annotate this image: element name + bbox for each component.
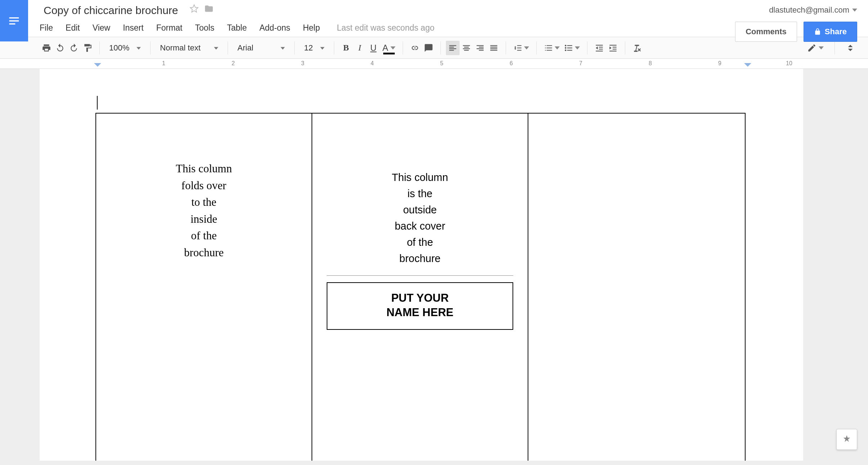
ruler-tick: 6 [510, 60, 513, 67]
menu-format[interactable]: Format [156, 23, 183, 33]
bold-button[interactable]: B [339, 41, 353, 55]
line-spacing-button[interactable] [511, 41, 531, 55]
docs-app-icon[interactable] [0, 0, 28, 41]
page[interactable]: This column folds over to the inside of … [40, 69, 803, 461]
document-canvas[interactable]: This column folds over to the inside of … [0, 69, 868, 461]
menu-help[interactable]: Help [303, 23, 320, 33]
svg-rect-29 [609, 45, 617, 45]
svg-rect-22 [567, 45, 572, 46]
menu-edit[interactable]: Edit [66, 23, 80, 33]
svg-rect-32 [609, 50, 617, 51]
align-center-button[interactable] [460, 41, 473, 55]
header: Copy of chiccarine brochure dlastutech@g… [0, 0, 868, 37]
ruler-tick: 8 [649, 60, 652, 67]
insert-link-button[interactable] [408, 41, 422, 55]
brochure-column-2[interactable]: This column is the outside back cover of… [312, 114, 528, 461]
svg-rect-18 [490, 50, 497, 50]
redo-button[interactable] [67, 41, 81, 55]
titlebar: Copy of chiccarine brochure dlastutech@g… [0, 0, 868, 19]
svg-rect-11 [476, 45, 484, 46]
ruler-tick: 5 [440, 60, 443, 67]
menu-insert[interactable]: Insert [123, 23, 144, 33]
doc-title[interactable]: Copy of chiccarine brochure [36, 2, 184, 17]
share-button[interactable]: Share [804, 22, 857, 42]
svg-rect-23 [567, 47, 572, 48]
explore-button[interactable] [836, 429, 857, 450]
caret-down-icon [852, 5, 857, 15]
menu-view[interactable]: View [93, 23, 110, 33]
font-size-dropdown[interactable]: 12 [300, 43, 328, 53]
left-indent-marker[interactable] [94, 63, 101, 67]
ruler-tick: 2 [232, 60, 235, 67]
font-family-dropdown[interactable]: Arial [233, 43, 289, 53]
editing-mode-button[interactable] [805, 41, 826, 55]
svg-rect-6 [449, 50, 454, 50]
column2-text[interactable]: This column is the outside back cover of… [323, 169, 517, 267]
text-color-button[interactable]: A [380, 41, 398, 55]
caret-down-icon [281, 43, 285, 53]
svg-rect-12 [479, 46, 484, 47]
ruler-tick: 7 [579, 60, 582, 67]
collapse-toolbar-button[interactable] [844, 41, 857, 55]
svg-rect-3 [449, 45, 456, 46]
svg-rect-15 [490, 45, 497, 46]
decrease-indent-button[interactable] [592, 41, 606, 55]
insert-comment-button[interactable] [422, 41, 435, 55]
svg-rect-4 [449, 46, 454, 47]
underline-button[interactable]: U [367, 41, 380, 55]
paint-format-button[interactable] [81, 41, 94, 55]
brochure-table[interactable]: This column folds over to the inside of … [95, 113, 746, 461]
menu-table[interactable]: Table [227, 23, 247, 33]
svg-rect-25 [596, 45, 603, 45]
menu-file[interactable]: File [40, 23, 53, 33]
font-size-value: 12 [304, 43, 313, 53]
svg-rect-31 [613, 49, 617, 49]
menu-tools[interactable]: Tools [195, 23, 215, 33]
column1-text[interactable]: This column folds over to the inside of … [107, 160, 301, 261]
last-edit-label[interactable]: Last edit was seconds ago [337, 23, 434, 33]
svg-rect-9 [463, 48, 470, 49]
svg-point-19 [565, 45, 566, 46]
star-icon[interactable] [189, 4, 199, 15]
numbered-list-button[interactable] [542, 41, 562, 55]
text-cursor [97, 96, 98, 110]
font-family-value: Arial [237, 43, 273, 53]
brochure-column-1[interactable]: This column folds over to the inside of … [96, 114, 312, 461]
align-left-button[interactable] [446, 41, 460, 55]
name-box[interactable]: PUT YOUR NAME HERE [327, 282, 513, 330]
svg-rect-1 [9, 20, 19, 21]
paragraph-style-dropdown[interactable]: Normal text [156, 43, 223, 53]
right-indent-marker[interactable] [744, 63, 751, 67]
user-menu[interactable]: dlastutech@gmail.com [769, 5, 857, 15]
user-email: dlastutech@gmail.com [769, 5, 849, 15]
paragraph-style-value: Normal text [160, 43, 207, 53]
clear-formatting-button[interactable] [630, 41, 644, 55]
caret-down-icon [390, 43, 395, 53]
svg-rect-16 [490, 46, 497, 47]
ruler-tick: 4 [371, 60, 374, 67]
zoom-dropdown[interactable]: 100% [105, 43, 145, 53]
align-right-button[interactable] [473, 41, 487, 55]
undo-button[interactable] [53, 41, 67, 55]
share-label: Share [825, 27, 847, 36]
caret-down-icon [555, 43, 560, 53]
svg-rect-30 [613, 46, 617, 47]
horizontal-ruler[interactable]: 1 2 3 4 5 6 7 8 9 10 [0, 59, 868, 69]
caret-down-icon [214, 43, 218, 53]
folder-icon[interactable] [204, 4, 214, 15]
align-justify-button[interactable] [487, 41, 501, 55]
caret-down-icon [320, 43, 325, 53]
ruler-tick: 9 [718, 60, 721, 67]
svg-rect-10 [464, 50, 469, 50]
menu-addons[interactable]: Add-ons [259, 23, 290, 33]
zoom-value: 100% [109, 43, 129, 53]
ruler-tick: 10 [786, 60, 792, 67]
svg-rect-7 [463, 45, 470, 46]
horizontal-rule [327, 275, 513, 276]
bulleted-list-button[interactable] [562, 41, 582, 55]
increase-indent-button[interactable] [606, 41, 620, 55]
italic-button[interactable]: I [353, 41, 367, 55]
svg-rect-27 [599, 49, 603, 49]
comments-button[interactable]: Comments [735, 22, 797, 42]
print-button[interactable] [40, 41, 53, 55]
